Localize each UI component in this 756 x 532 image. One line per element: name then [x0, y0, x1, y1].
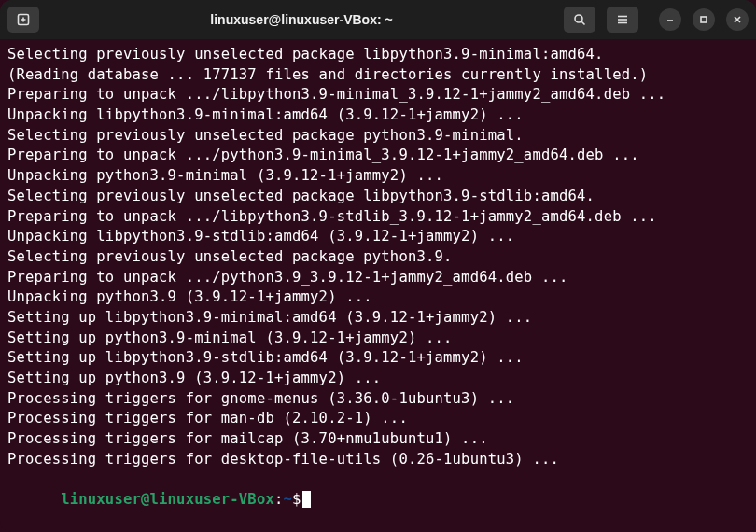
svg-rect-9: [701, 17, 707, 22]
terminal-line: Selecting previously unselected package …: [7, 247, 749, 268]
new-tab-button[interactable]: [7, 7, 39, 33]
search-button[interactable]: [564, 7, 595, 33]
terminal-line: Setting up python3.9-minimal (3.9.12-1+j…: [7, 329, 749, 349]
terminal-line: Unpacking python3.9-minimal (3.9.12-1+ja…: [7, 166, 749, 187]
menu-button[interactable]: [607, 7, 638, 33]
window-controls: [659, 8, 749, 31]
cursor: [302, 491, 311, 508]
prompt-colon: :: [274, 491, 284, 508]
terminal-line: Selecting previously unselected package …: [7, 126, 749, 147]
titlebar-left: [7, 7, 39, 33]
minimize-button[interactable]: [659, 8, 681, 31]
terminal-window: linuxuser@linuxuser-VBox: ~: [0, 0, 756, 532]
terminal-line: Preparing to unpack .../libpython3.9-std…: [7, 207, 749, 228]
new-tab-icon: [17, 13, 30, 26]
terminal-line: Preparing to unpack .../python3.9-minima…: [7, 146, 749, 166]
terminal-line: Unpacking libpython3.9-stdlib:amd64 (3.9…: [7, 227, 749, 247]
terminal-line: Unpacking libpython3.9-minimal:amd64 (3.…: [7, 105, 749, 126]
terminal-line: Selecting previously unselected package …: [7, 45, 749, 65]
prompt-path: ~: [284, 491, 293, 508]
minimize-icon: [665, 15, 675, 24]
terminal-line: Unpacking python3.9 (3.9.12-1+jammy2) ..…: [7, 287, 749, 308]
prompt-user-host: linuxuser@linuxuser-VBox: [61, 491, 274, 508]
prompt-dollar: $: [292, 491, 301, 508]
terminal-line: Setting up python3.9 (3.9.12-1+jammy2) .…: [7, 369, 749, 389]
close-button[interactable]: [726, 8, 749, 31]
terminal-line: Setting up libpython3.9-stdlib:amd64 (3.…: [7, 348, 749, 369]
terminal-line: Processing triggers for gnome-menus (3.3…: [7, 389, 749, 410]
titlebar: linuxuser@linuxuser-VBox: ~: [0, 0, 756, 39]
titlebar-right: [564, 7, 749, 33]
terminal-output: Selecting previously unselected package …: [7, 45, 749, 469]
svg-point-3: [575, 15, 582, 22]
terminal-line: Processing triggers for mailcap (3.70+nm…: [7, 429, 749, 450]
prompt-line: linuxuser@linuxuser-VBox:~$: [7, 469, 749, 530]
svg-line-4: [581, 21, 585, 25]
terminal-line: Preparing to unpack .../libpython3.9-min…: [7, 85, 749, 105]
terminal-body[interactable]: Selecting previously unselected package …: [0, 39, 756, 532]
terminal-line: Setting up libpython3.9-minimal:amd64 (3…: [7, 308, 749, 329]
maximize-button[interactable]: [693, 8, 715, 31]
close-icon: [733, 15, 742, 24]
terminal-line: (Reading database ... 177137 files and d…: [7, 65, 749, 86]
terminal-line: Preparing to unpack .../python3.9_3.9.12…: [7, 268, 749, 288]
search-icon: [573, 13, 586, 26]
terminal-line: Processing triggers for desktop-file-uti…: [7, 450, 749, 470]
hamburger-icon: [616, 13, 629, 26]
terminal-line: Selecting previously unselected package …: [7, 187, 749, 207]
maximize-icon: [699, 15, 708, 24]
terminal-line: Processing triggers for man-db (2.10.2-1…: [7, 409, 749, 429]
window-title: linuxuser@linuxuser-VBox: ~: [47, 12, 556, 27]
